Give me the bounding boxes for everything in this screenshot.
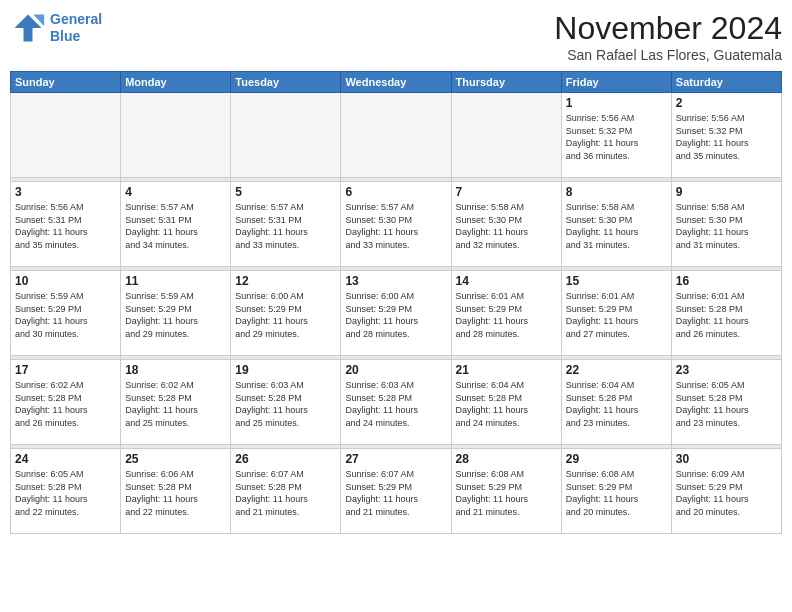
calendar-cell: 12Sunrise: 6:00 AM Sunset: 5:29 PM Dayli… bbox=[231, 271, 341, 356]
calendar-cell: 19Sunrise: 6:03 AM Sunset: 5:28 PM Dayli… bbox=[231, 360, 341, 445]
calendar-cell: 9Sunrise: 5:58 AM Sunset: 5:30 PM Daylig… bbox=[671, 182, 781, 267]
logo-icon bbox=[10, 10, 46, 46]
day-info: Sunrise: 5:57 AM Sunset: 5:30 PM Dayligh… bbox=[345, 201, 446, 251]
day-info: Sunrise: 5:58 AM Sunset: 5:30 PM Dayligh… bbox=[676, 201, 777, 251]
day-number: 5 bbox=[235, 185, 336, 199]
day-info: Sunrise: 5:57 AM Sunset: 5:31 PM Dayligh… bbox=[125, 201, 226, 251]
day-info: Sunrise: 6:00 AM Sunset: 5:29 PM Dayligh… bbox=[345, 290, 446, 340]
day-info: Sunrise: 6:07 AM Sunset: 5:29 PM Dayligh… bbox=[345, 468, 446, 518]
day-info: Sunrise: 5:58 AM Sunset: 5:30 PM Dayligh… bbox=[456, 201, 557, 251]
calendar-week-row: 3Sunrise: 5:56 AM Sunset: 5:31 PM Daylig… bbox=[11, 182, 782, 267]
day-info: Sunrise: 5:56 AM Sunset: 5:32 PM Dayligh… bbox=[676, 112, 777, 162]
calendar-cell: 7Sunrise: 5:58 AM Sunset: 5:30 PM Daylig… bbox=[451, 182, 561, 267]
calendar-header-row: SundayMondayTuesdayWednesdayThursdayFrid… bbox=[11, 72, 782, 93]
day-info: Sunrise: 6:01 AM Sunset: 5:28 PM Dayligh… bbox=[676, 290, 777, 340]
day-number: 19 bbox=[235, 363, 336, 377]
day-info: Sunrise: 6:02 AM Sunset: 5:28 PM Dayligh… bbox=[125, 379, 226, 429]
weekday-header: Friday bbox=[561, 72, 671, 93]
calendar-cell: 26Sunrise: 6:07 AM Sunset: 5:28 PM Dayli… bbox=[231, 449, 341, 534]
calendar-cell: 8Sunrise: 5:58 AM Sunset: 5:30 PM Daylig… bbox=[561, 182, 671, 267]
day-number: 24 bbox=[15, 452, 116, 466]
calendar-cell bbox=[231, 93, 341, 178]
weekday-header: Wednesday bbox=[341, 72, 451, 93]
day-number: 26 bbox=[235, 452, 336, 466]
day-info: Sunrise: 6:06 AM Sunset: 5:28 PM Dayligh… bbox=[125, 468, 226, 518]
calendar-cell: 22Sunrise: 6:04 AM Sunset: 5:28 PM Dayli… bbox=[561, 360, 671, 445]
calendar-cell bbox=[11, 93, 121, 178]
calendar-week-row: 17Sunrise: 6:02 AM Sunset: 5:28 PM Dayli… bbox=[11, 360, 782, 445]
logo-text: General Blue bbox=[50, 11, 102, 45]
day-info: Sunrise: 5:59 AM Sunset: 5:29 PM Dayligh… bbox=[15, 290, 116, 340]
calendar-cell: 5Sunrise: 5:57 AM Sunset: 5:31 PM Daylig… bbox=[231, 182, 341, 267]
day-number: 30 bbox=[676, 452, 777, 466]
day-number: 7 bbox=[456, 185, 557, 199]
weekday-header: Tuesday bbox=[231, 72, 341, 93]
calendar-cell: 15Sunrise: 6:01 AM Sunset: 5:29 PM Dayli… bbox=[561, 271, 671, 356]
day-number: 13 bbox=[345, 274, 446, 288]
day-number: 2 bbox=[676, 96, 777, 110]
day-info: Sunrise: 6:05 AM Sunset: 5:28 PM Dayligh… bbox=[676, 379, 777, 429]
day-info: Sunrise: 5:58 AM Sunset: 5:30 PM Dayligh… bbox=[566, 201, 667, 251]
day-number: 6 bbox=[345, 185, 446, 199]
calendar-cell: 6Sunrise: 5:57 AM Sunset: 5:30 PM Daylig… bbox=[341, 182, 451, 267]
calendar-cell: 27Sunrise: 6:07 AM Sunset: 5:29 PM Dayli… bbox=[341, 449, 451, 534]
calendar-cell: 13Sunrise: 6:00 AM Sunset: 5:29 PM Dayli… bbox=[341, 271, 451, 356]
calendar-cell: 23Sunrise: 6:05 AM Sunset: 5:28 PM Dayli… bbox=[671, 360, 781, 445]
day-info: Sunrise: 5:59 AM Sunset: 5:29 PM Dayligh… bbox=[125, 290, 226, 340]
day-number: 11 bbox=[125, 274, 226, 288]
calendar-cell: 30Sunrise: 6:09 AM Sunset: 5:29 PM Dayli… bbox=[671, 449, 781, 534]
day-number: 10 bbox=[15, 274, 116, 288]
day-number: 14 bbox=[456, 274, 557, 288]
day-info: Sunrise: 6:00 AM Sunset: 5:29 PM Dayligh… bbox=[235, 290, 336, 340]
page: General Blue November 2024 San Rafael La… bbox=[0, 0, 792, 612]
calendar-cell: 18Sunrise: 6:02 AM Sunset: 5:28 PM Dayli… bbox=[121, 360, 231, 445]
calendar-cell bbox=[451, 93, 561, 178]
logo-line1: General bbox=[50, 11, 102, 27]
weekday-header: Monday bbox=[121, 72, 231, 93]
day-number: 18 bbox=[125, 363, 226, 377]
day-info: Sunrise: 6:01 AM Sunset: 5:29 PM Dayligh… bbox=[456, 290, 557, 340]
day-info: Sunrise: 6:02 AM Sunset: 5:28 PM Dayligh… bbox=[15, 379, 116, 429]
day-info: Sunrise: 6:07 AM Sunset: 5:28 PM Dayligh… bbox=[235, 468, 336, 518]
month-title: November 2024 bbox=[554, 10, 782, 47]
day-number: 25 bbox=[125, 452, 226, 466]
day-number: 27 bbox=[345, 452, 446, 466]
day-number: 15 bbox=[566, 274, 667, 288]
day-number: 4 bbox=[125, 185, 226, 199]
calendar-cell: 16Sunrise: 6:01 AM Sunset: 5:28 PM Dayli… bbox=[671, 271, 781, 356]
calendar-cell bbox=[341, 93, 451, 178]
calendar-cell: 25Sunrise: 6:06 AM Sunset: 5:28 PM Dayli… bbox=[121, 449, 231, 534]
day-number: 3 bbox=[15, 185, 116, 199]
day-number: 22 bbox=[566, 363, 667, 377]
calendar-cell: 21Sunrise: 6:04 AM Sunset: 5:28 PM Dayli… bbox=[451, 360, 561, 445]
day-number: 16 bbox=[676, 274, 777, 288]
day-number: 28 bbox=[456, 452, 557, 466]
calendar-week-row: 1Sunrise: 5:56 AM Sunset: 5:32 PM Daylig… bbox=[11, 93, 782, 178]
calendar-cell: 29Sunrise: 6:08 AM Sunset: 5:29 PM Dayli… bbox=[561, 449, 671, 534]
day-info: Sunrise: 6:01 AM Sunset: 5:29 PM Dayligh… bbox=[566, 290, 667, 340]
calendar-cell: 4Sunrise: 5:57 AM Sunset: 5:31 PM Daylig… bbox=[121, 182, 231, 267]
day-info: Sunrise: 6:09 AM Sunset: 5:29 PM Dayligh… bbox=[676, 468, 777, 518]
day-info: Sunrise: 5:56 AM Sunset: 5:32 PM Dayligh… bbox=[566, 112, 667, 162]
day-number: 29 bbox=[566, 452, 667, 466]
day-info: Sunrise: 6:03 AM Sunset: 5:28 PM Dayligh… bbox=[345, 379, 446, 429]
calendar-cell: 20Sunrise: 6:03 AM Sunset: 5:28 PM Dayli… bbox=[341, 360, 451, 445]
location-title: San Rafael Las Flores, Guatemala bbox=[554, 47, 782, 63]
day-number: 20 bbox=[345, 363, 446, 377]
day-info: Sunrise: 6:03 AM Sunset: 5:28 PM Dayligh… bbox=[235, 379, 336, 429]
day-info: Sunrise: 6:04 AM Sunset: 5:28 PM Dayligh… bbox=[566, 379, 667, 429]
logo: General Blue bbox=[10, 10, 102, 46]
day-number: 12 bbox=[235, 274, 336, 288]
weekday-header: Sunday bbox=[11, 72, 121, 93]
calendar-cell: 10Sunrise: 5:59 AM Sunset: 5:29 PM Dayli… bbox=[11, 271, 121, 356]
calendar-week-row: 10Sunrise: 5:59 AM Sunset: 5:29 PM Dayli… bbox=[11, 271, 782, 356]
header: General Blue November 2024 San Rafael La… bbox=[10, 10, 782, 63]
logo-line2: Blue bbox=[50, 28, 80, 44]
calendar-cell: 14Sunrise: 6:01 AM Sunset: 5:29 PM Dayli… bbox=[451, 271, 561, 356]
day-number: 9 bbox=[676, 185, 777, 199]
calendar-cell: 24Sunrise: 6:05 AM Sunset: 5:28 PM Dayli… bbox=[11, 449, 121, 534]
day-info: Sunrise: 6:04 AM Sunset: 5:28 PM Dayligh… bbox=[456, 379, 557, 429]
day-info: Sunrise: 5:56 AM Sunset: 5:31 PM Dayligh… bbox=[15, 201, 116, 251]
calendar-cell: 3Sunrise: 5:56 AM Sunset: 5:31 PM Daylig… bbox=[11, 182, 121, 267]
day-info: Sunrise: 6:08 AM Sunset: 5:29 PM Dayligh… bbox=[456, 468, 557, 518]
